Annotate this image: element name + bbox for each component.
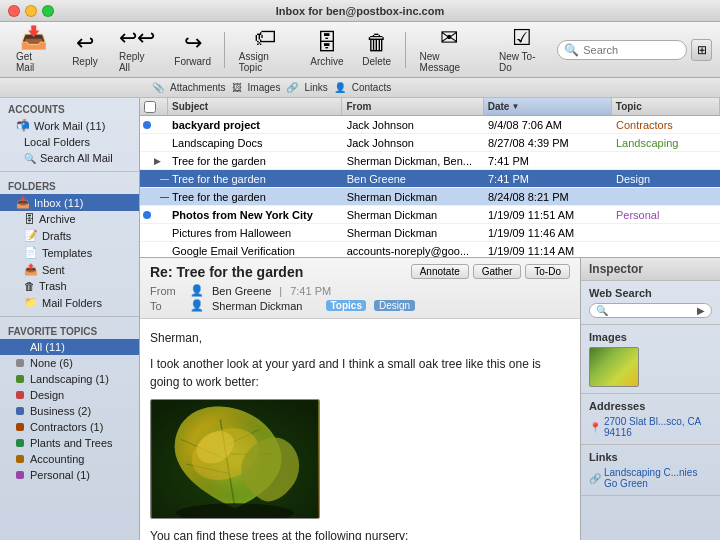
sidebar-item-topic-accounting[interactable]: Accounting — [0, 451, 139, 467]
message-row[interactable]: Photos from New York City Sherman Dickma… — [140, 206, 720, 224]
content-area: Subject From Date ▼ Topic backya — [140, 98, 720, 540]
message-row[interactable]: Google Email Verification accounts-norep… — [140, 242, 720, 257]
sidebar-item-topic-none[interactable]: None (6) — [0, 355, 139, 371]
col-subject-header[interactable]: Subject — [168, 98, 342, 115]
msg-from-cell: Sherman Dickman — [343, 191, 484, 203]
sidebar-item-sent[interactable]: 📤 Sent — [0, 261, 139, 278]
sidebar-item-topic-business[interactable]: Business (2) — [0, 403, 139, 419]
sidebar-item-inbox[interactable]: 📥 Inbox (11) — [0, 194, 139, 211]
inspector-search-input[interactable] — [610, 305, 695, 316]
templates-label: Templates — [42, 247, 92, 259]
reply-button[interactable]: ↩ Reply — [63, 28, 107, 71]
todo-button[interactable]: To-Do — [525, 264, 570, 279]
col-from-header[interactable]: From — [342, 98, 483, 115]
images-label[interactable]: Images — [248, 82, 281, 93]
new-message-button[interactable]: ✉ New Message — [412, 23, 487, 77]
sidebar-item-archive[interactable]: 🗄 Archive — [0, 211, 139, 227]
attachments-label[interactable]: Attachments — [170, 82, 226, 93]
to-label: To — [150, 300, 182, 312]
annotate-button[interactable]: Annotate — [411, 264, 469, 279]
archive-folder-icon: 🗄 — [24, 213, 35, 225]
message-row[interactable]: Pictures from Halloween Sherman Dickman … — [140, 224, 720, 242]
search-all-icon: 🔍 — [24, 153, 36, 164]
main-toolbar: 📥 Get Mail ↩ Reply ↩↩ Reply All ↪ Forwar… — [0, 22, 720, 78]
msg-topic-cell: Design — [612, 173, 720, 185]
topics-button[interactable]: Topics — [326, 300, 365, 311]
sidebar-item-topic-all[interactable]: All (11) — [0, 339, 139, 355]
sidebar-item-topic-plants[interactable]: Plants and Trees — [0, 435, 139, 451]
col-date-header[interactable]: Date ▼ — [484, 98, 612, 115]
new-todo-button[interactable]: ☑ New To-Do — [491, 23, 553, 77]
sent-label: Sent — [42, 264, 65, 276]
sidebar-item-topic-personal[interactable]: Personal (1) — [0, 467, 139, 483]
sidebar-item-drafts[interactable]: 📝 Drafts — [0, 227, 139, 244]
address-value: 2700 Slat Bl...sco, CA 94116 — [604, 416, 712, 438]
search-icon: 🔍 — [564, 43, 579, 57]
inspector-title: Inspector — [581, 258, 720, 281]
mailfolders-label: Mail Folders — [42, 297, 102, 309]
close-button[interactable] — [8, 5, 20, 17]
inspector-thumbnail[interactable] — [589, 347, 639, 387]
separator-1 — [224, 32, 225, 68]
sidebar-item-topic-landscaping[interactable]: Landscaping (1) — [0, 371, 139, 387]
minimize-button[interactable] — [25, 5, 37, 17]
links-title: Links — [589, 451, 712, 463]
maximize-button[interactable] — [42, 5, 54, 17]
topic-none-color — [16, 359, 24, 367]
design-topic-badge[interactable]: Design — [374, 300, 415, 311]
workmail-icon: 📬 — [16, 119, 30, 132]
get-mail-button[interactable]: 📥 Get Mail — [8, 23, 59, 77]
sidebar-item-mailfolders[interactable]: 📁 Mail Folders — [0, 294, 139, 311]
sidebar-item-workmail[interactable]: 📬 Work Mail (11) — [0, 117, 139, 134]
contacts-label[interactable]: Contacts — [352, 82, 391, 93]
delete-button[interactable]: 🗑 Delete — [355, 28, 399, 71]
sidebar-item-searchall[interactable]: 🔍 Search All Mail — [0, 150, 139, 166]
body-footer: You can find these trees at the followin… — [150, 527, 570, 540]
drafts-label: Drafts — [42, 230, 71, 242]
sidebar-item-trash[interactable]: 🗑 Trash — [0, 278, 139, 294]
expand-col[interactable]: ▶ — [154, 156, 168, 166]
col-topic-header[interactable]: Topic — [612, 98, 720, 115]
body-greeting: Sherman, — [150, 329, 570, 347]
links-section: Links 🔗 Landscaping C...nies Go Green — [581, 445, 720, 496]
window-controls — [8, 5, 54, 17]
topic-landscaping-color — [16, 375, 24, 383]
topic-landscaping-label: Landscaping (1) — [30, 373, 109, 385]
sidebar-item-templates[interactable]: 📄 Templates — [0, 244, 139, 261]
archive-button[interactable]: 🗄 Archive — [303, 28, 350, 71]
msg-subject-cell: Photos from New York City — [168, 209, 343, 221]
gather-button[interactable]: Gather — [473, 264, 522, 279]
message-row[interactable]: — Tree for the garden Sherman Dickman 8/… — [140, 188, 720, 206]
assign-topic-button[interactable]: 🏷 Assign Topic — [231, 23, 300, 77]
sidebar-item-topic-contractors[interactable]: Contractors (1) — [0, 419, 139, 435]
msg-date-cell: 1/19/09 11:14 AM — [484, 245, 612, 257]
reply-all-button[interactable]: ↩↩ Reply All — [111, 23, 164, 77]
inspector-search-go-icon[interactable]: ▶ — [697, 305, 705, 316]
sidebar-item-localfolders[interactable]: Local Folders — [0, 134, 139, 150]
search-box: 🔍 — [557, 40, 687, 60]
msg-date-cell: 8/24/08 8:21 PM — [484, 191, 612, 203]
search-input[interactable] — [583, 44, 683, 56]
topic-all-color — [16, 343, 24, 351]
message-row[interactable]: — Tree for the garden Ben Greene 7:41 PM… — [140, 170, 720, 188]
sidebar-item-topic-design[interactable]: Design — [0, 387, 139, 403]
search-options-button[interactable]: ⊞ — [691, 39, 712, 61]
links-label[interactable]: Links — [304, 82, 327, 93]
address-item[interactable]: 📍 2700 Slat Bl...sco, CA 94116 — [589, 416, 712, 438]
link-item[interactable]: 🔗 Landscaping C...nies Go Green — [589, 467, 712, 489]
message-row[interactable]: Landscaping Docs Jack Johnson 8/27/08 4:… — [140, 134, 720, 152]
topic-contractors-label: Contractors (1) — [30, 421, 103, 433]
main-area: Accounts 📬 Work Mail (11) Local Folders … — [0, 98, 720, 540]
message-row[interactable]: ▶ Tree for the garden Sherman Dickman, B… — [140, 152, 720, 170]
msg-date-cell: 7:41 PM — [484, 173, 612, 185]
message-row[interactable]: backyard project Jack Johnson 9/4/08 7:0… — [140, 116, 720, 134]
divider-1 — [0, 171, 139, 172]
msg-date-cell: 9/4/08 7:06 AM — [484, 119, 612, 131]
topic-plants-color — [16, 439, 24, 447]
from-label: From — [150, 285, 182, 297]
select-all-checkbox[interactable] — [144, 101, 156, 113]
forward-button[interactable]: ↪ Forward — [167, 28, 217, 71]
msg-subject-cell: backyard project — [168, 119, 343, 131]
msg-date-cell: 1/19/09 11:51 AM — [484, 209, 612, 221]
contacts-icon: 👤 — [334, 82, 346, 93]
